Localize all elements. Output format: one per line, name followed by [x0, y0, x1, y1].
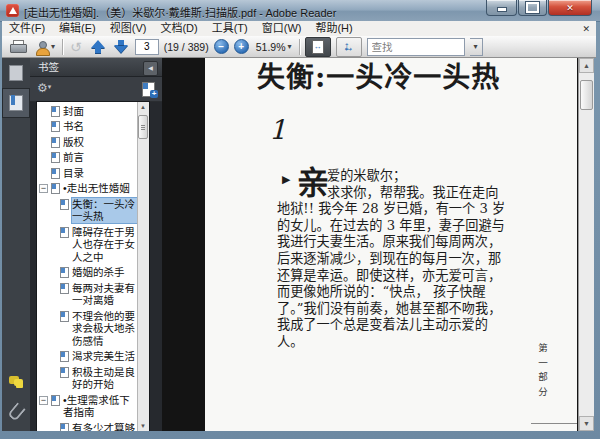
menu-view[interactable]: 视图(V) — [103, 21, 154, 36]
window-controls: ✕ — [485, 0, 592, 16]
scroll-down-icon[interactable]: ▼ — [579, 416, 594, 431]
body-line: 后来逐渐减少，到现在的每月一次，那 — [277, 251, 511, 268]
footer-rule — [531, 423, 577, 424]
collapse-expander-icon[interactable]: − — [39, 184, 48, 193]
bookmarks-scrollbar-thumb[interactable] — [138, 115, 148, 139]
bookmark-item[interactable]: −•生理需求低下者指南 — [39, 392, 138, 420]
bookmark-item[interactable]: 封面 — [51, 103, 138, 119]
new-bookmark-button[interactable]: + — [142, 82, 155, 97]
bookmark-item[interactable]: 每两对夫妻有一对离婚 — [60, 280, 138, 308]
bookmark-item[interactable]: 目录 — [51, 165, 138, 181]
strip-bottom — [2, 367, 30, 427]
title-bar[interactable]: [走出无性婚姻].（美）米歇尔·戴维斯.扫描版.pdf - Adobe Read… — [0, 0, 600, 22]
toolbar-separator — [299, 39, 300, 55]
menu-bar: 文件(F) 编辑(E) 视图(V) 文档(D) 工具(T) 窗口(W) 帮助(H… — [2, 21, 596, 37]
pdf-page: 失衡:一头冷一头热 1 ▶ 亲 爱的米歇尔； 求求你，帮帮我。我正在走向 地狱!… — [205, 58, 577, 431]
close-icon: ✕ — [566, 3, 574, 13]
bookmark-item[interactable]: 障碍存在于男人也存在于女人之中 — [60, 224, 138, 265]
panel-collapse-button[interactable]: ◀ — [143, 61, 158, 76]
body-line: 还算是幸运。即使这样，亦无爱可言， — [277, 268, 511, 285]
bookmark-item[interactable]: 婚姻的杀手 — [60, 265, 138, 281]
bookmark-item-selected[interactable]: 失衡：一头冷一头热 — [60, 196, 138, 224]
bookmark-item[interactable]: −•走出无性婚姻 — [39, 181, 138, 197]
close-button[interactable]: ✕ — [548, 0, 592, 16]
print-button[interactable] — [8, 38, 28, 56]
menu-tools[interactable]: 工具(T) — [205, 21, 255, 36]
bookmarks-icon — [9, 95, 23, 111]
find-input[interactable] — [367, 38, 465, 56]
minimize-icon — [497, 7, 507, 12]
scroll-down-icon[interactable]: ▼ — [138, 421, 148, 431]
bookmark-page-icon — [60, 311, 69, 322]
body-line: 的女儿。在过去的 3 年里，妻子回避与 — [277, 218, 511, 235]
adobe-reader-window: [走出无性婚姻].（美）米歇尔·戴维斯.扫描版.pdf - Adobe Read… — [0, 0, 600, 439]
previous-page-button[interactable] — [89, 38, 107, 56]
attachments-panel-button[interactable] — [2, 397, 30, 427]
body-line: 我进行夫妻生活。原来我们每周两次， — [277, 234, 511, 251]
bookmark-page-icon — [60, 351, 69, 362]
menu-file[interactable]: 文件(F) — [2, 21, 52, 36]
fit-width-button[interactable]: ↔ — [305, 37, 331, 57]
body-line: 人。 — [277, 334, 511, 351]
page-title: 失衡:一头冷一头热 — [257, 58, 500, 95]
bookmark-item[interactable]: 版权 — [51, 134, 138, 150]
maximize-button[interactable] — [518, 0, 547, 16]
part-label-vertical: 第一部分 — [535, 343, 549, 401]
menu-edit[interactable]: 编辑(E) — [52, 21, 103, 36]
zoom-in-button[interactable]: + — [234, 39, 249, 54]
menu-help[interactable]: 帮助(H) — [308, 21, 359, 36]
bookmarks-panel-header: 书签 ◀ — [30, 58, 162, 77]
zoom-level-dropdown[interactable]: 51.9% ▾ — [254, 38, 294, 56]
paragraph-lead: ▶ 亲 — [277, 168, 327, 201]
zoom-out-button[interactable]: − — [214, 39, 229, 54]
bookmark-page-icon — [60, 367, 69, 378]
minimize-button[interactable] — [486, 0, 517, 16]
bookmarks-scrollbar[interactable]: ▲ ▼ — [137, 102, 149, 431]
document-close-icon[interactable]: ✕ — [582, 24, 590, 34]
find-options-dropdown[interactable]: ▾ — [470, 38, 483, 56]
fullscreen-button[interactable]: ↔↔ — [336, 37, 362, 57]
bookmark-item[interactable]: 书名 — [51, 119, 138, 135]
collapse-expander-icon[interactable]: − — [39, 396, 48, 405]
menu-window[interactable]: 窗口(W) — [255, 21, 309, 36]
document-scrollbar[interactable]: ▲ ▼ — [578, 58, 594, 431]
bookmarks-panel-title: 书签 — [38, 61, 59, 73]
bookmark-item[interactable]: 有多少才算够 — [60, 420, 138, 431]
share-file-button[interactable]: ▾ — [33, 38, 57, 56]
chevron-down-icon: ▾ — [287, 42, 291, 51]
bookmark-page-icon — [60, 267, 69, 278]
adobe-reader-icon — [6, 4, 19, 17]
document-scrollbar-thumb[interactable] — [580, 80, 593, 110]
body-line: 地狱!! 我今年 28 岁已婚，有一个 3 岁 — [277, 201, 511, 218]
bookmark-item[interactable]: 前言 — [51, 150, 138, 166]
up-arrow-icon — [91, 39, 105, 54]
plus-icon: + — [150, 90, 158, 98]
toolbar-separator — [62, 39, 63, 55]
previous-view-icon: ↺ — [70, 39, 82, 55]
pages-icon — [9, 65, 23, 81]
bookmark-page-icon — [51, 183, 60, 194]
gear-icon: ⚙ — [37, 81, 48, 95]
bookmarks-options-button[interactable]: ⚙▾ — [37, 81, 51, 95]
bookmark-page-icon — [60, 423, 69, 432]
scroll-up-icon[interactable]: ▲ — [138, 102, 148, 112]
chapter-number: 1 — [269, 114, 286, 145]
menu-document[interactable]: 文档(D) — [153, 21, 204, 36]
bookmarks-panel-button[interactable] — [2, 88, 30, 118]
zoom-level-label: 51.9% — [256, 41, 286, 53]
comments-panel-button[interactable] — [2, 367, 30, 397]
bookmarks-rows: 封面 书名 版权 前言 目录 −•走出无性婚姻 失衡：一头冷一头热 障碍存在于男… — [37, 103, 138, 431]
bookmark-item[interactable]: 渴求完美生活 — [60, 349, 138, 365]
bookmark-item[interactable]: 不理会他的要求会极大地杀伤感情 — [60, 308, 138, 349]
toolbar: ▾ ↺ (19 / 389) − + 51.9% ▾ ↔ ↔↔ ▾ — [2, 36, 596, 58]
bookmark-page-icon — [60, 283, 69, 294]
scroll-up-icon[interactable]: ▲ — [579, 58, 594, 73]
page-number-input[interactable] — [135, 39, 159, 55]
lead-triangle-icon: ▶ — [282, 172, 290, 189]
previous-view-button[interactable]: ↺ — [68, 38, 84, 56]
page-count-label: (19 / 389) — [164, 41, 209, 53]
pages-panel-button[interactable] — [2, 58, 30, 88]
fullscreen-icon: ↔↔ — [342, 40, 356, 54]
next-page-button[interactable] — [112, 38, 130, 56]
bookmark-item[interactable]: 积极主动是良好的开始 — [60, 364, 138, 392]
